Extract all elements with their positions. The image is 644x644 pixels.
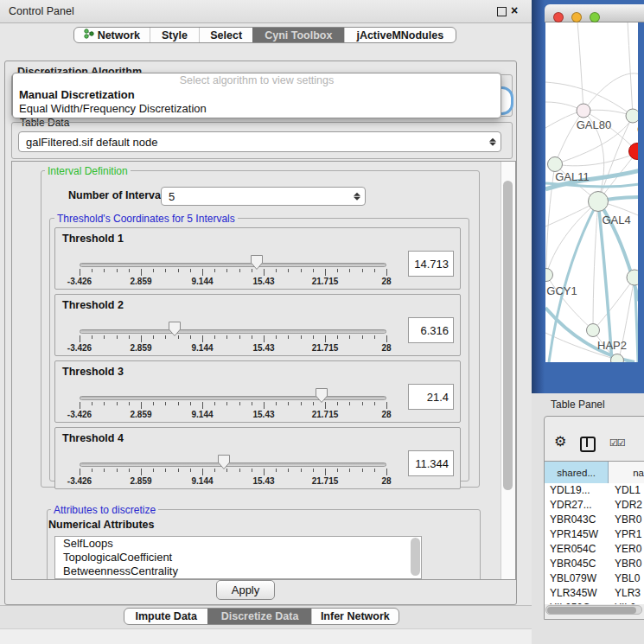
tab-select[interactable]: Select — [199, 28, 252, 42]
tab-label: Style — [162, 29, 188, 41]
network-edge[interactable] — [546, 275, 591, 328]
tab-infer-network[interactable]: Infer Network — [311, 609, 399, 624]
threshold-value-box[interactable]: 11.344 — [408, 450, 454, 476]
close-panel-icon[interactable]: × — [511, 3, 518, 17]
tick-mark — [252, 402, 252, 405]
slider-track[interactable] — [80, 263, 386, 267]
tick-mark — [141, 335, 142, 342]
table-row[interactable]: YBR043CYBR0 — [545, 513, 644, 527]
horizontal-scrollbar-thumb[interactable] — [547, 607, 636, 614]
tick-label: 2.859 — [130, 343, 151, 353]
network-edge[interactable] — [595, 277, 634, 328]
cell-shared-name: YBR045C — [545, 557, 611, 571]
network-node-c[interactable] — [629, 143, 639, 160]
attribute-item-betweennesscentrality[interactable]: BetweennessCentrality — [55, 564, 421, 578]
tab-style[interactable]: Style — [150, 28, 200, 42]
network-edge[interactable] — [577, 22, 583, 111]
network-edge[interactable] — [555, 153, 637, 166]
network-canvas[interactable]: GAL80GALCGAL11GAL4GCY1HHAP2 — [545, 22, 638, 362]
number-of-intervals-label: Number of Intervals — [68, 189, 169, 201]
tab-impute-data[interactable]: Impute Data — [124, 609, 207, 624]
float-window-icon[interactable] — [497, 7, 507, 16]
cell-name: YBL0 — [611, 571, 640, 586]
table-row[interactable]: YPR145WYPR1 — [545, 527, 644, 542]
tick-label: 9.144 — [191, 410, 213, 419]
gear-icon[interactable]: ⚙ — [554, 435, 566, 449]
network-edge[interactable] — [546, 164, 555, 275]
network-node-gal80[interactable] — [577, 104, 590, 118]
slider-thumb[interactable] — [168, 321, 182, 337]
slider-track[interactable] — [80, 396, 386, 400]
network-window-titlebar[interactable] — [545, 4, 644, 22]
threshold-panel-2: Threshold 2-3.4262.8599.14415.4321.71528… — [54, 294, 461, 356]
tick-mark — [202, 335, 203, 342]
table-row[interactable]: YLR345WYLR3 — [545, 586, 644, 601]
threshold-value-box[interactable]: 21.4 — [408, 384, 454, 410]
cell-name: YPR1 — [611, 527, 641, 542]
slider-thumb[interactable] — [250, 254, 264, 271]
tick-label: 15.43 — [252, 343, 274, 353]
vertical-scrollbar-thumb[interactable] — [503, 181, 513, 490]
table-data-combobox[interactable]: galFiltered.sif default node — [18, 131, 501, 152]
network-node-h[interactable] — [627, 270, 638, 285]
network-node-gcy1[interactable] — [545, 269, 553, 282]
tab-label: jActiveMNodules — [356, 29, 443, 41]
number-of-intervals-combobox[interactable]: 5 — [161, 187, 366, 206]
header-cell-shared-name[interactable]: shared... — [545, 462, 609, 483]
popup-placeholder: Select algorithm to view settings — [13, 73, 501, 88]
popup-option-manual-discretization[interactable]: Manual Discretization — [13, 88, 501, 102]
slider-track[interactable] — [80, 462, 386, 467]
cell-name: YDR2 — [611, 498, 642, 513]
minimize-button[interactable] — [571, 12, 582, 22]
close-button[interactable] — [553, 12, 564, 22]
tab-discretize-data[interactable]: Discretize Data — [207, 609, 310, 624]
slider-tick-labels: -3.4262.8599.14415.4321.71528 — [80, 410, 386, 420]
tick-mark — [153, 335, 154, 339]
header-cell-name[interactable]: na — [609, 462, 644, 483]
network-node-gal4[interactable] — [589, 192, 609, 212]
slider-thumb[interactable] — [217, 454, 231, 470]
thresholds-group-label: Threshold's Coordinates for 5 Intervals — [54, 213, 238, 225]
attribute-item-topologicalcoefficient[interactable]: TopologicalCoefficient — [55, 551, 421, 564]
table-row[interactable]: YER054CYER0 — [545, 542, 644, 557]
threshold-value-box[interactable]: 6.316 — [408, 317, 454, 343]
popup-option-equal-width-frequency-discretization[interactable]: Equal Width/Frequency Discretization — [13, 102, 501, 116]
tick-mark — [362, 469, 363, 472]
network-edge[interactable] — [593, 201, 598, 330]
attributes-list-scrollbar[interactable] — [411, 538, 420, 576]
slider-thumb[interactable] — [315, 387, 328, 404]
table-row[interactable]: YBL079WYBL0 — [545, 571, 644, 586]
tab-network[interactable]: Network — [74, 28, 150, 42]
cell-shared-name: YIL052C — [545, 601, 611, 604]
network-node-gal[interactable] — [626, 109, 638, 123]
network-node-hap2[interactable] — [587, 324, 600, 337]
table-row[interactable]: YIL052CYIL0 — [545, 601, 644, 604]
threshold-value-box[interactable]: 14.713 — [408, 251, 454, 277]
slider-track[interactable] — [80, 329, 386, 334]
attribute-item-selfloops[interactable]: SelfLoops — [55, 537, 421, 551]
tick-mark — [226, 335, 227, 339]
network-node-gal11[interactable] — [548, 157, 563, 172]
threshold-label: Threshold 2 — [62, 299, 124, 311]
tick-mark — [325, 335, 326, 342]
tick-mark — [141, 269, 142, 276]
network-node-label: GAL11 — [555, 170, 590, 183]
network-node-label: GAL — [637, 123, 638, 136]
table-row[interactable]: YDR27...YDR2 — [545, 498, 644, 513]
tab-cyni-toolbox[interactable]: Cyni Toolbox — [252, 28, 344, 42]
checkbox-icons[interactable]: ☑☑ — [609, 437, 625, 449]
tab-jactivemnodules[interactable]: jActiveMNodules — [344, 28, 456, 42]
apply-button[interactable]: Apply — [216, 580, 275, 600]
tick-mark — [252, 469, 252, 472]
split-view-icon[interactable] — [580, 437, 596, 452]
tick-mark — [202, 269, 203, 276]
table-row[interactable]: YBR045CYBR0 — [545, 557, 644, 571]
tick-mark — [276, 469, 277, 472]
tick-mark — [264, 335, 265, 342]
tick-mark — [337, 469, 338, 472]
table-row[interactable]: YDL19...YDL1 — [545, 483, 644, 498]
zoom-button[interactable] — [590, 12, 600, 22]
numerical-attributes-list[interactable]: SelfLoopsTopologicalCoefficientBetweenne… — [54, 536, 422, 579]
network-edge[interactable] — [628, 22, 633, 116]
tick-mark — [226, 402, 227, 405]
